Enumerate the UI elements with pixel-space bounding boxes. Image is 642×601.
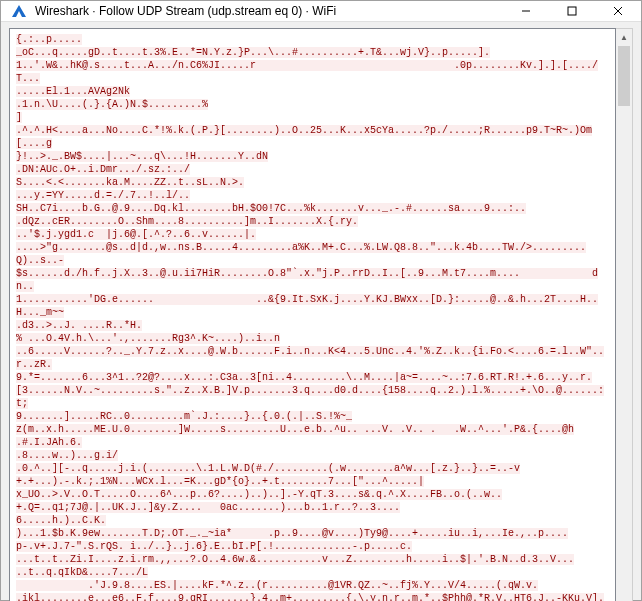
scroll-track[interactable]: [616, 46, 632, 601]
stream-client-text: {.:..p..... _oC...q.....gD..t....t.3%.E.…: [16, 34, 604, 601]
stream-area: {.:..p..... _oC...q.....gD..t....t.3%.E.…: [9, 28, 633, 601]
maximize-button[interactable]: [549, 1, 595, 21]
vertical-scrollbar[interactable]: ▲ ▼: [616, 28, 633, 601]
titlebar: Wireshark · Follow UDP Stream (udp.strea…: [1, 1, 641, 22]
window-title: Wireshark · Follow UDP Stream (udp.strea…: [35, 4, 503, 18]
wireshark-fin-icon: [9, 1, 29, 21]
minimize-button[interactable]: [503, 1, 549, 21]
dialog-body: {.:..p..... _oC...q.....gD..t....t.3%.E.…: [1, 22, 641, 601]
svg-rect-1: [568, 7, 576, 15]
close-button[interactable]: [595, 1, 641, 21]
window-buttons: [503, 1, 641, 21]
scroll-up-icon[interactable]: ▲: [616, 29, 632, 46]
window-root: Wireshark · Follow UDP Stream (udp.strea…: [0, 0, 642, 601]
scroll-thumb[interactable]: [618, 46, 630, 106]
stream-text[interactable]: {.:..p..... _oC...q.....gD..t....t.3%.E.…: [9, 28, 616, 601]
